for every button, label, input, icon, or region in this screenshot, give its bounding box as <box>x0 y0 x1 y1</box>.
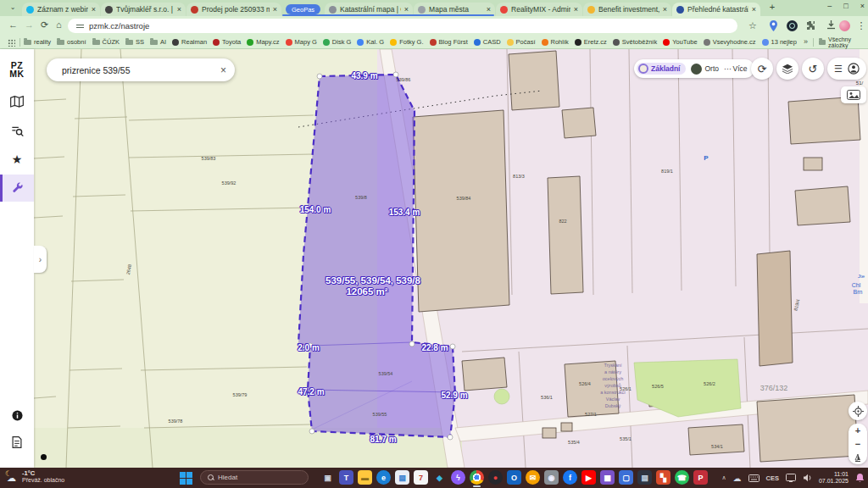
mail-icon[interactable]: ✉ <box>526 470 540 485</box>
browser-tab[interactable]: Záznam z webináře CeMa× <box>22 3 100 16</box>
bookmark-star-icon[interactable]: ☆ <box>746 19 760 32</box>
back-button[interactable]: ← <box>8 19 18 30</box>
bookmark-item[interactable]: Realman <box>172 38 207 46</box>
reload-button[interactable]: ⟳ <box>41 19 48 30</box>
speaker-icon[interactable] <box>803 474 812 482</box>
sidebar-item-notes[interactable] <box>0 432 34 452</box>
store-icon[interactable]: ▤ <box>395 470 409 485</box>
edge-icon[interactable]: e <box>376 470 391 485</box>
notification-bell-icon[interactable] <box>855 473 865 483</box>
weather-widget[interactable]: ☾☁ -1°C Převáž. oblačno <box>5 469 64 485</box>
forward-button[interactable]: → <box>25 19 34 30</box>
home-button[interactable]: ⌂ <box>56 19 62 30</box>
sidebar-item-favorites[interactable]: ★ <box>0 149 34 169</box>
browser-tab[interactable]: Tvůjmakléř s.r.o. | Systém R× <box>101 3 186 16</box>
teams-icon[interactable]: T <box>339 470 353 485</box>
start-button[interactable] <box>180 472 192 485</box>
tab-search-button[interactable]: ⌄ <box>7 3 19 14</box>
calendar-icon[interactable]: 7 <box>414 470 428 485</box>
rotate-map-button[interactable]: ⟳ <box>751 58 773 80</box>
map-capture-button[interactable] <box>841 86 866 103</box>
tab-close-button[interactable]: × <box>663 5 667 14</box>
url-text[interactable]: pzmk.cz/nastroje <box>89 21 149 30</box>
all-bookmarks-button[interactable]: Všechny záložky <box>819 36 868 48</box>
sidebar-item-info[interactable] <box>0 405 34 425</box>
bookmark-item[interactable]: Blog Fürst <box>430 38 468 46</box>
tab-close-button[interactable]: × <box>273 5 277 14</box>
new-tab-button[interactable]: + <box>766 2 778 14</box>
minimize-button[interactable]: – <box>827 2 832 10</box>
bookmarks-overflow-button[interactable]: » <box>804 37 808 46</box>
history-button[interactable]: ↺ <box>802 58 824 80</box>
profile-avatar[interactable] <box>839 20 850 31</box>
zoom-in-button[interactable]: + <box>855 426 860 435</box>
whatsapp-icon[interactable]: ☎ <box>675 470 689 485</box>
outlook-icon[interactable]: O <box>507 470 521 485</box>
zoom-out-button[interactable]: − <box>855 440 860 448</box>
map-canvas[interactable] <box>34 49 868 468</box>
paint-icon[interactable]: ◆ <box>432 470 447 485</box>
search-input[interactable] <box>60 64 220 76</box>
maximize-button[interactable]: □ <box>843 2 848 10</box>
apps-grid-icon[interactable] <box>8 39 15 47</box>
bookmark-item[interactable]: Kal. G <box>357 38 384 46</box>
browser-tab[interactable]: Prodej pole 250933 m², M× <box>186 3 281 16</box>
bookmark-item[interactable]: Toyota <box>213 38 241 46</box>
browser-tab[interactable]: Benefit investment, a.s. (Iv× <box>583 3 671 16</box>
download-icon[interactable] <box>824 19 837 32</box>
tab-close-button[interactable]: × <box>177 5 181 14</box>
tab-close-button[interactable]: × <box>574 5 578 14</box>
task-view-icon[interactable]: ▣ <box>320 470 335 485</box>
youtube-icon[interactable]: ▶ <box>581 470 596 485</box>
language-indicator[interactable]: CES <box>766 474 779 482</box>
bookmark-item[interactable]: Mapy G <box>286 38 317 46</box>
bookmark-item[interactable]: Vsevyhodne.cz <box>704 38 756 46</box>
menu-account-button[interactable]: ☰ <box>827 58 866 80</box>
basemap-option-orto[interactable]: Orto <box>691 64 719 75</box>
clock[interactable]: 11:01 07.01.2025 <box>819 471 849 485</box>
tab-close-button[interactable]: × <box>487 5 491 14</box>
keyboard-icon[interactable] <box>748 474 760 482</box>
close-window-button[interactable]: × <box>860 2 865 10</box>
dark-extension-icon[interactable] <box>787 20 798 31</box>
basemap-option-zakladni[interactable]: Základní <box>637 63 686 75</box>
chrome-icon[interactable] <box>470 470 484 485</box>
bookmark-item[interactable]: Počasí <box>507 38 536 46</box>
bookmark-item[interactable]: 13 nejlepších zdrojů… <box>762 38 798 46</box>
layers-button[interactable] <box>776 58 798 80</box>
map-search[interactable]: × <box>47 58 235 81</box>
bookmark-item[interactable]: Rohlík <box>542 38 569 46</box>
facebook-icon[interactable]: f <box>563 470 577 485</box>
taskbar-search[interactable]: Hledat <box>200 470 309 485</box>
tab-close-button[interactable]: × <box>752 5 756 14</box>
bookmark-item[interactable]: ČÚZK <box>92 38 120 46</box>
bookmark-item[interactable]: osobní <box>57 38 86 46</box>
camera-icon[interactable]: ◉ <box>544 470 559 485</box>
sidebar-item-search-list[interactable] <box>0 120 34 141</box>
expand-panel-button[interactable]: › <box>34 246 47 273</box>
tray-chevron-icon[interactable]: ∧ <box>721 474 726 481</box>
messenger-icon[interactable]: ϟ <box>451 470 465 485</box>
bookmark-item[interactable]: Disk G <box>323 38 352 46</box>
bookmark-item[interactable]: Eretz.cz <box>575 38 607 46</box>
site-settings-icon[interactable] <box>76 23 84 30</box>
browser-menu-icon[interactable]: ⋮ <box>854 19 868 32</box>
cast-icon[interactable] <box>786 474 796 482</box>
browser-tab[interactable]: RealityMIX - Administračn× <box>496 3 582 16</box>
north-arrow-button[interactable] <box>854 454 861 462</box>
bookmark-item[interactable]: reality <box>24 38 51 46</box>
file-explorer-icon[interactable]: ▬ <box>358 470 372 485</box>
pdf-icon[interactable]: P <box>693 470 708 485</box>
address-bar[interactable]: pzmk.cz/nastroje <box>68 19 737 33</box>
bookmark-item[interactable]: YouTube <box>663 38 697 46</box>
bookmark-item[interactable]: Světoběžník <box>613 38 657 46</box>
calculator-icon[interactable]: ▤ <box>637 470 652 485</box>
monitor-app-icon[interactable]: ▢ <box>619 470 633 485</box>
office-icon[interactable]: ▚ <box>656 470 670 485</box>
sidebar-item-map[interactable] <box>0 92 34 112</box>
browser-tab[interactable]: Přehledné katastrální map× <box>672 3 760 16</box>
locate-me-button[interactable] <box>849 402 867 420</box>
red-dot-app-icon[interactable]: ● <box>488 470 503 485</box>
tab-group-geopas[interactable]: GeoPas <box>286 4 320 14</box>
onedrive-cloud-icon[interactable]: ☁ <box>733 474 742 483</box>
